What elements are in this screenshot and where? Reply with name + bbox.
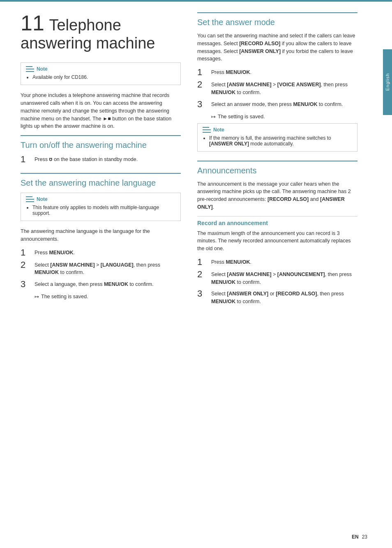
step-item: 1 Press MENU/OK.: [197, 68, 357, 77]
section2-note-box: Note This feature only applies to models…: [21, 193, 181, 221]
section3-intro: You can set the answering machine and se…: [197, 32, 357, 63]
subsection-record: Record an announcement The maximum lengt…: [197, 216, 357, 306]
step-item: 3 Select a language, then press MENU/OK …: [21, 280, 181, 289]
intro-note-item: Available only for CD186.: [32, 74, 175, 80]
arrow-icon: ↦: [211, 114, 216, 120]
step-number: 2: [197, 80, 209, 89]
step-number: 2: [197, 270, 209, 279]
step-item: 2 Select [ANSW MACHINE] > [ANNOUNCEMENT]…: [197, 270, 357, 286]
step-text: Select [ANSW MACHINE] > [VOICE ANSWER], …: [211, 80, 357, 97]
section1-divider: [21, 135, 181, 136]
note-label-3: Note: [213, 127, 224, 133]
note-icon-line-9: [203, 132, 211, 133]
page-footer: EN 23: [352, 534, 367, 540]
section3-steps: 1 Press MENU/OK. 2 Select [ANSW MACHINE]…: [197, 68, 357, 109]
footer-lang: EN: [352, 534, 359, 540]
section1-steps: 1 Press ʊ on the base station in standby…: [21, 155, 181, 164]
section4-title: Announcements: [197, 166, 357, 175]
note-icon-3: [203, 127, 211, 133]
note-icon-line-3: [26, 71, 34, 72]
note-header: Note: [26, 66, 175, 72]
step-number: 1: [21, 155, 32, 164]
section3-result: ↦ The setting is saved.: [211, 114, 357, 120]
step-item: 3 Select [ANSWER ONLY] or [RECORD ALSO],…: [197, 289, 357, 306]
note-icon-line-6: [26, 201, 34, 202]
side-tab: English: [383, 49, 392, 115]
step-text: Select an answer mode, then press MENU/O…: [211, 100, 343, 108]
step-text: Select [ANSW MACHINE] > [ANNOUNCEMENT], …: [211, 270, 357, 286]
step-item: 3 Select an answer mode, then press MENU…: [197, 100, 357, 109]
step-text: Press MENU/OK.: [211, 68, 251, 76]
section4-intro: The announcement is the message your cal…: [197, 180, 357, 211]
intro-note-box: Note Available only for CD186.: [21, 62, 181, 85]
subsection-divider: [197, 216, 357, 216]
section3-note-item: If the memory is full, the answering mac…: [209, 135, 352, 147]
step-text: Press ʊ on the base station in standby m…: [35, 155, 138, 163]
step-text: Select [ANSW MACHINE] > [LANGUAGE], then…: [35, 260, 181, 277]
note-label-2: Note: [37, 196, 48, 202]
step-number: 1: [21, 248, 32, 257]
step-number: 3: [197, 100, 209, 109]
note-icon-line-5: [26, 199, 34, 200]
step-number: 1: [197, 258, 209, 267]
step-number: 3: [197, 289, 209, 298]
note-icon-2: [26, 196, 34, 202]
intro-body-text: Your phone includes a telephone answerin…: [21, 92, 181, 130]
step-item: 1 Press MENU/OK.: [197, 258, 357, 267]
step-text: Select [ANSWER ONLY] or [RECORD ALSO], t…: [211, 289, 357, 306]
section4-divider: [197, 161, 357, 161]
note-icon-line-1: [26, 66, 32, 67]
note-label: Note: [37, 66, 48, 72]
note-icon-line-8: [203, 129, 211, 130]
top-line: [0, 0, 392, 2]
subsection-intro: The maximum length of the announcement y…: [197, 230, 357, 253]
subsection-steps: 1 Press MENU/OK. 2 Select [ANSW MACHINE]…: [197, 258, 357, 306]
note-header-3: Note: [203, 127, 352, 133]
section3-note-box: Note If the memory is full, the answerin…: [197, 123, 357, 152]
step-item: 2 Select [ANSW MACHINE] > [LANGUAGE], th…: [21, 260, 181, 277]
section2-title: Set the answering machine language: [21, 178, 181, 188]
section-language: Set the answering machine language Note …: [21, 173, 181, 300]
chapter-title-block: 11 Telephone answering machine: [21, 12, 181, 52]
note-icon-line-7: [203, 127, 209, 128]
section-turn-on-off: Turn on/off the answering machine 1 Pres…: [21, 135, 181, 164]
step-number: 3: [21, 280, 32, 289]
section3-title: Set the answer mode: [197, 17, 357, 27]
chapter-number: 11: [21, 11, 44, 35]
side-tab-label: English: [385, 73, 390, 91]
step-text: Select a language, then press MENU/OK to…: [35, 280, 154, 288]
note-icon: [26, 66, 34, 72]
step-text: Press MENU/OK.: [211, 258, 251, 266]
section2-intro: The answering machine language is the la…: [21, 228, 181, 243]
note-header-2: Note: [26, 196, 175, 202]
step-number: 2: [21, 260, 32, 269]
left-column: 11 Telephone answering machine Note Avai…: [21, 12, 181, 309]
section2-divider: [21, 173, 181, 174]
section1-title: Turn on/off the answering machine: [21, 140, 181, 150]
result-text: The setting is saved.: [41, 294, 88, 299]
arrow-icon: ↦: [35, 294, 39, 300]
right-column: Set the answer mode You can set the answ…: [197, 12, 370, 315]
result-text: The setting is saved.: [218, 114, 265, 120]
step-item: 1 Press MENU/OK.: [21, 248, 181, 257]
section3-note-list: If the memory is full, the answering mac…: [203, 135, 352, 147]
step-text: Press MENU/OK.: [35, 248, 75, 257]
section2-result: ↦ The setting is saved.: [35, 294, 181, 300]
section-announcements: Announcements The announcement is the me…: [197, 161, 357, 306]
note-icon-line-2: [26, 69, 34, 69]
step-item: 2 Select [ANSW MACHINE] > [VOICE ANSWER]…: [197, 80, 357, 97]
step-item: 1 Press ʊ on the base station in standby…: [21, 155, 181, 164]
intro-note-list: Available only for CD186.: [26, 74, 175, 80]
subsection-title: Record an announcement: [197, 220, 357, 226]
section-answer-mode: Set the answer mode You can set the answ…: [197, 12, 357, 152]
footer-page: 23: [362, 534, 367, 540]
note-icon-line-4: [26, 196, 32, 197]
page: English 11 Telephone answering machine N…: [0, 0, 392, 548]
section2-note-list: This feature only applies to models with…: [26, 205, 175, 216]
section3-divider: [197, 12, 357, 13]
step-number: 1: [197, 68, 209, 77]
section2-note-item: This feature only applies to models with…: [32, 205, 175, 216]
section2-steps: 1 Press MENU/OK. 2 Select [ANSW MACHINE]…: [21, 248, 181, 289]
